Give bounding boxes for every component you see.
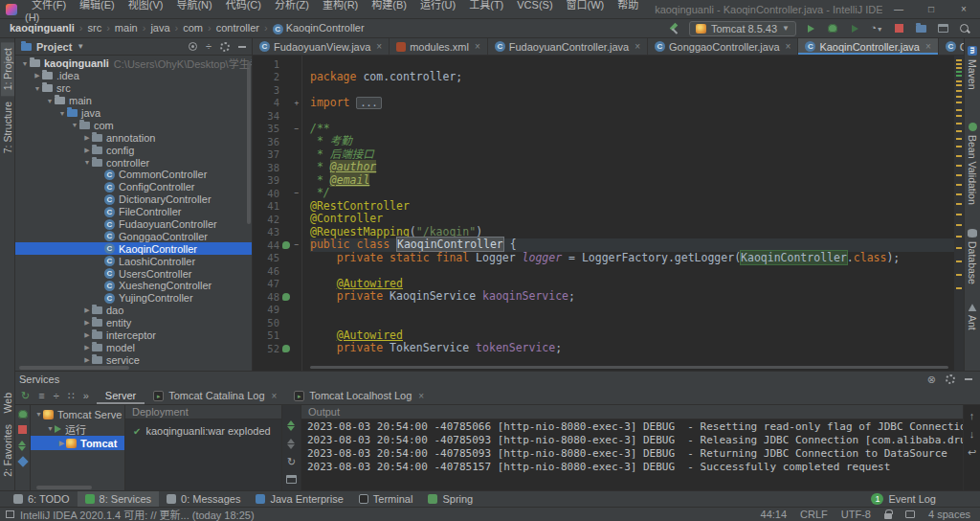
breadcrumb-item[interactable]: com — [181, 22, 205, 34]
tree-expander-icon[interactable]: ▶ — [33, 72, 42, 79]
tool-window-button[interactable]: 0: Messages — [159, 491, 248, 507]
menubar-item[interactable]: 重构(R) — [316, 0, 365, 11]
project-tree-row[interactable]: ▶entity — [15, 317, 252, 329]
code-line[interactable]: /** — [310, 123, 964, 136]
project-tree-row[interactable]: ▶service — [15, 353, 252, 366]
breadcrumb-class-item[interactable]: C KaoqinController — [271, 22, 367, 34]
status-message[interactable]: IntelliJ IDEA 2020.1.4 可用: // 更新... (tod… — [20, 507, 255, 521]
collapse-all-icon[interactable]: ÷ — [206, 41, 212, 52]
tree-expander-icon[interactable]: ▶ — [82, 356, 92, 364]
project-tree-row[interactable]: CKaoqinController — [15, 242, 252, 255]
tree-expander-icon[interactable]: ▶ — [82, 344, 92, 351]
project-tree-row[interactable]: ▶annotation — [15, 131, 252, 144]
error-stripe-mark[interactable] — [956, 84, 962, 86]
code-line[interactable]: private static final Logger logger = Log… — [310, 252, 964, 265]
profiler-button[interactable]: ◔▼ — [869, 21, 884, 36]
project-tree-row[interactable]: ▼main — [15, 95, 252, 107]
code-line[interactable]: @Autowired — [310, 329, 964, 343]
error-stripe-mark[interactable] — [956, 260, 962, 262]
caret-position[interactable]: 44:14 — [761, 509, 788, 520]
editor-code[interactable]: package com.controller;import .../** * 考… — [302, 56, 964, 371]
menubar-item[interactable]: 代码(C) — [219, 0, 268, 11]
run-configuration-select[interactable]: Tomcat 8.5.43 ▼ — [689, 21, 796, 36]
menubar-item[interactable]: VCS(S) — [510, 0, 559, 11]
editor-tab[interactable]: CKaoqinController.java× — [798, 38, 938, 55]
tool-window-button[interactable] — [935, 21, 950, 36]
run-button[interactable] — [803, 21, 818, 36]
error-stripe-mark[interactable] — [956, 75, 962, 77]
deploy-all-icon[interactable] — [287, 420, 296, 431]
editor-tab[interactable]: CCommonController.java× — [939, 38, 964, 55]
fold-marker[interactable]: − — [292, 125, 301, 133]
menubar-item[interactable]: 构建(B) — [365, 0, 413, 11]
editor-tab[interactable]: CFudaoyuanView.java× — [253, 38, 390, 55]
menubar-item[interactable]: 运行(U) — [413, 0, 462, 11]
editor-tab[interactable]: modules.xml× — [390, 38, 488, 55]
project-tree-row[interactable]: ▼java — [15, 107, 252, 120]
menubar-item[interactable]: 编辑(E) — [73, 0, 122, 11]
services-tree-row[interactable]: ▶Tomcat — [31, 436, 124, 450]
tab-close-icon[interactable]: × — [272, 391, 278, 401]
error-stripe-mark[interactable] — [956, 90, 962, 92]
error-stripe-mark[interactable] — [956, 193, 962, 195]
spring-bean-icon[interactable] — [282, 345, 290, 352]
menubar-item[interactable]: 视图(V) — [122, 0, 170, 11]
hide-panel-icon[interactable] — [238, 46, 246, 48]
services-tree-row[interactable]: ▼Tomcat Serve — [31, 407, 124, 421]
tree-expander-icon[interactable]: ▶ — [82, 331, 92, 339]
menubar-item[interactable]: 文件(F) — [25, 0, 73, 11]
services-tab[interactable]: ▸Tomcat Localhost Log× — [285, 387, 433, 404]
services-tree-row[interactable]: ▼运行 — [31, 421, 124, 436]
tool-window-button[interactable]: Spring — [420, 491, 480, 507]
project-tree-row[interactable]: ▶interceptor — [15, 329, 252, 342]
tree-expander-icon[interactable]: ▶ — [82, 319, 92, 327]
error-stripe-mark[interactable] — [956, 224, 962, 226]
project-tree-vscrollbar[interactable] — [247, 61, 251, 224]
project-tree-row[interactable]: CXueshengController — [15, 280, 252, 292]
error-stripe-mark[interactable] — [956, 96, 962, 98]
code-line[interactable]: * @author — [310, 161, 964, 174]
tree-expander-icon[interactable]: ▼ — [34, 411, 43, 418]
tool-stripe-button[interactable]: Database — [966, 223, 979, 290]
deployment-item[interactable]: ✔ kaoqinguanli:war exploded — [125, 419, 281, 437]
error-stripe[interactable] — [954, 56, 964, 371]
breadcrumb-item[interactable]: java — [148, 22, 171, 34]
menubar-item[interactable]: 分析(Z) — [268, 0, 316, 11]
tool-stripe-button[interactable]: Bean Validation — [966, 117, 979, 211]
breadcrumb-item[interactable]: main — [113, 22, 140, 34]
editor-tab[interactable]: CFudaoyuanController.java× — [488, 38, 648, 55]
project-tree-row[interactable]: ▼kaoqinguanliC:\Users\OhyK\Desktop\学生考勤管… — [15, 57, 252, 70]
error-stripe-mark[interactable] — [956, 236, 962, 238]
error-stripe-mark[interactable] — [956, 80, 962, 82]
services-tab[interactable]: ▸Tomcat Catalina Log× — [145, 387, 285, 404]
code-line[interactable]: @RestController — [310, 200, 964, 214]
tool-stripe-button[interactable]: 1: Project — [1, 42, 14, 96]
project-tree-row[interactable]: ▶.idea — [15, 70, 252, 82]
debug-button[interactable] — [825, 21, 840, 36]
tool-window-button[interactable]: Terminal — [351, 491, 421, 507]
project-tree-row[interactable]: CConfigController — [15, 181, 252, 193]
output-log[interactable]: 2023-08-03 20:54:00 -40785066 [http-nio-… — [301, 419, 963, 490]
tree-expander-icon[interactable]: ▶ — [82, 306, 92, 314]
indent-info[interactable]: 4 spaces — [928, 509, 970, 520]
error-stripe-mark[interactable] — [956, 165, 962, 167]
tree-expander-icon[interactable]: ▼ — [70, 122, 79, 128]
scroll-down-icon[interactable]: ↓ — [969, 429, 975, 440]
code-line[interactable]: public class KaoqinController { — [310, 238, 964, 252]
minimize-button[interactable]: — — [882, 0, 915, 18]
error-stripe-mark[interactable] — [956, 214, 962, 215]
tool-stripe-button[interactable]: Web — [1, 387, 14, 419]
code-line[interactable]: private KaoqinService kaoqinService; — [310, 290, 964, 304]
tree-expander-icon[interactable]: ▼ — [20, 60, 30, 67]
project-tree-row[interactable]: CDictionaryController — [15, 193, 252, 206]
menubar-item[interactable]: 工具(T) — [462, 0, 510, 11]
tab-close-icon[interactable]: × — [418, 391, 424, 401]
error-stripe-mark[interactable] — [956, 71, 962, 73]
hide-panel-icon[interactable] — [965, 378, 972, 380]
editor-tab[interactable]: CGonggaoController.java× — [648, 38, 798, 55]
close-circle-icon[interactable]: ⊗ — [927, 374, 936, 385]
code-line[interactable] — [310, 304, 964, 317]
error-stripe-mark[interactable] — [956, 115, 962, 117]
error-stripe-mark[interactable] — [956, 130, 962, 132]
tool-window-button[interactable]: 8: Services — [78, 491, 159, 507]
